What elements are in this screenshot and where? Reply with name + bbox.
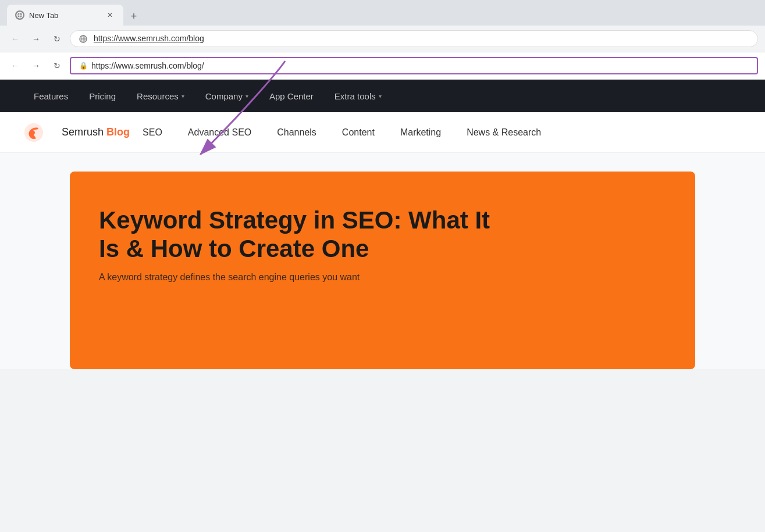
- main-wrapper: ← → ↻ 🔒 https://www.semrush.com/blog/ Fe…: [0, 52, 765, 369]
- new-tab-button[interactable]: +: [126, 8, 142, 24]
- url-bar-top-value: https://www.semrush.com/blog: [94, 34, 204, 43]
- lock-icon: 🔒: [79, 62, 88, 70]
- hero-subtitle: A keyword strategy defines the search en…: [99, 272, 666, 283]
- nav-extra-tools[interactable]: Extra tools ▾: [324, 80, 392, 112]
- highlighted-address-bar-row: ← → ↻ 🔒 https://www.semrush.com/blog/: [0, 52, 765, 80]
- site-nav: Features Pricing Resources ▾ Company ▾ A…: [0, 80, 765, 112]
- hero-section: Keyword Strategy in SEO: What It Is & Ho…: [70, 172, 695, 369]
- reload-button[interactable]: ↻: [49, 58, 65, 74]
- tab-favicon: [15, 10, 24, 20]
- back-button-top[interactable]: ←: [7, 31, 23, 47]
- tab-close-button[interactable]: ✕: [105, 10, 115, 20]
- semrush-logo-icon: [23, 122, 44, 143]
- hero-container-bg: Keyword Strategy in SEO: What It Is & Ho…: [0, 153, 765, 369]
- top-address-bar-row: ← → ↻ https://www.semrush.com/blog: [0, 26, 765, 52]
- svg-point-9: [30, 133, 33, 137]
- tab-bar: New Tab ✕ +: [7, 5, 758, 26]
- url-bar-highlighted[interactable]: 🔒 https://www.semrush.com/blog/: [70, 57, 758, 74]
- tab-title: New Tab: [29, 11, 58, 20]
- chevron-down-icon: ▾: [245, 93, 248, 99]
- blog-nav-marketing[interactable]: Marketing: [387, 112, 454, 153]
- nav-resources[interactable]: Resources ▾: [126, 80, 195, 112]
- back-button[interactable]: ←: [7, 58, 23, 74]
- nav-app-center[interactable]: App Center: [259, 80, 324, 112]
- nav-pricing[interactable]: Pricing: [79, 80, 126, 112]
- blog-header: Semrush Blog SEO Advanced SEO Channels C…: [0, 112, 765, 153]
- blog-nav-news-research[interactable]: News & Research: [454, 112, 554, 153]
- url-bar-value: https://www.semrush.com/blog/: [91, 61, 204, 70]
- chevron-down-icon: ▾: [182, 93, 184, 99]
- blog-logo-blog-word: Blog: [106, 126, 130, 138]
- nav-company[interactable]: Company ▾: [195, 80, 259, 112]
- forward-button-top[interactable]: →: [28, 31, 44, 47]
- blog-nav-channels[interactable]: Channels: [264, 112, 329, 153]
- reload-button-top[interactable]: ↻: [49, 31, 65, 47]
- browser-chrome: New Tab ✕ +: [0, 0, 765, 26]
- blog-logo-text: Semrush Blog: [62, 126, 130, 138]
- blog-nav-seo[interactable]: SEO: [130, 112, 175, 153]
- forward-button[interactable]: →: [28, 58, 44, 74]
- url-bar-top[interactable]: https://www.semrush.com/blog: [70, 30, 758, 47]
- chevron-down-icon: ▾: [379, 93, 382, 99]
- hero-title: Keyword Strategy in SEO: What It Is & Ho…: [99, 206, 506, 263]
- nav-features[interactable]: Features: [23, 80, 79, 112]
- blog-nav-content[interactable]: Content: [329, 112, 387, 153]
- blog-logo[interactable]: [23, 122, 44, 143]
- active-tab[interactable]: New Tab ✕: [7, 5, 123, 26]
- blog-nav-advanced-seo[interactable]: Advanced SEO: [175, 112, 264, 153]
